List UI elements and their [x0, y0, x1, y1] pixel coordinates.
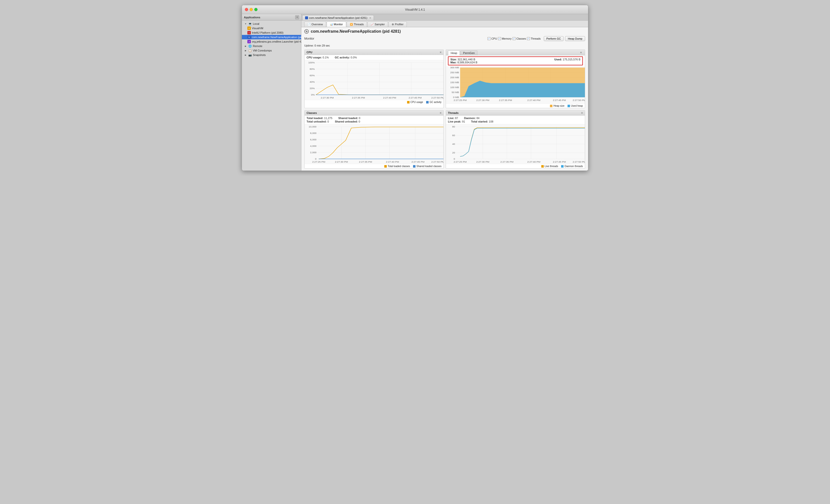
classes-checkbox-item[interactable]: Classes [513, 37, 526, 40]
tab-threads[interactable]: 🔀 Threads [347, 22, 367, 27]
expand-icon [244, 44, 247, 48]
app-tab-close-button[interactable]: ✕ [369, 16, 371, 19]
memory-checkbox[interactable] [498, 37, 501, 40]
total-unloaded-label: Total unloaded: [307, 120, 327, 123]
total-started-stat: Total started: 108 [471, 120, 493, 123]
shared-unloaded-stat: Shared unloaded: 0 [335, 120, 360, 123]
app-tab-newframe[interactable]: com.newframe.NewFrameApplication (pid 42… [302, 15, 374, 20]
classes-chart-close[interactable]: ✕ [440, 112, 442, 114]
gc-activity-legend-label: GC activity [429, 101, 442, 103]
newframe-icon: N [247, 35, 251, 39]
profiler-tab-label: Profiler [395, 23, 404, 26]
monitor-tab-icon: 📊 [330, 23, 333, 26]
overview-tab-label: Overview [312, 23, 323, 26]
heap-dump-button[interactable]: Heap Dump [565, 36, 585, 41]
sidebar-item-remote[interactable]: Remote [242, 44, 301, 48]
heap-info-row-2: Max: 8,589,934,624 B [450, 61, 580, 64]
live-threads-legend-icon [541, 165, 544, 168]
sidebar-item-visualvm[interactable]: V VisualVM [242, 26, 301, 30]
sidebar-item-snapshots[interactable]: Snapshots [242, 53, 301, 57]
heap-tab-heap[interactable]: Heap [448, 51, 460, 55]
svg-text:4,000: 4,000 [310, 145, 316, 147]
sampler-tab-label: Sampler [375, 23, 385, 26]
total-unloaded-stat: Total unloaded: 0 [307, 120, 329, 123]
tab-sampler[interactable]: 📈 Sampler [368, 22, 388, 27]
svg-text:2:27:40 PM: 2:27:40 PM [528, 161, 541, 163]
classes-chart-stats: Total loaded: 11,275 Shared loaded: 0 [305, 115, 444, 124]
cpu-chart-close[interactable]: ✕ [440, 51, 442, 54]
svg-text:2:27:50 PM: 2:27:50 PM [573, 161, 585, 163]
svg-text:6,000: 6,000 [310, 138, 316, 141]
classes-checkbox[interactable] [513, 37, 515, 40]
maximize-button[interactable] [254, 8, 257, 11]
minimize-button[interactable] [250, 8, 253, 11]
total-loaded-label: Total loaded: [307, 116, 323, 120]
live-peak-label: Live peak: [448, 120, 461, 123]
sidebar-item-newframe[interactable]: N com.newframe.NewFrameApplication (pid … [242, 35, 301, 39]
intellij-label: IntelliJ Platform (pid 2080) [252, 31, 284, 34]
intellij-icon: I [247, 31, 251, 34]
svg-text:2:27:40 PM: 2:27:40 PM [528, 99, 541, 101]
perform-gc-button[interactable]: Perform GC [544, 36, 564, 41]
threads-checkbox-item[interactable]: Threads [527, 37, 541, 40]
sidebar-item-local[interactable]: Local [242, 22, 301, 26]
svg-text:2:27:35 PM: 2:27:35 PM [499, 99, 512, 101]
sidebar-title: Applications [244, 16, 260, 19]
used-heap-legend: Used heap [568, 104, 583, 107]
memory-checkbox-item[interactable]: Memory [498, 37, 512, 40]
memory-checkbox-label: Memory [502, 37, 512, 40]
cpu-checkbox[interactable] [487, 37, 490, 40]
svg-text:2:27:35 PM: 2:27:35 PM [501, 161, 514, 163]
cpu-svg: 100% 80% 60% 40% 20% 0% [305, 60, 444, 100]
heap-chart-body: 300 MB 250 MB 200 MB 150 MB 100 MB 50 MB… [446, 66, 585, 103]
svg-text:2:27:35 PM: 2:27:35 PM [352, 97, 365, 99]
svg-text:2,000: 2,000 [310, 151, 316, 154]
svg-rect-21 [407, 101, 410, 103]
expand-icon [244, 53, 247, 57]
tab-overview[interactable]: 📄 Overview [304, 22, 326, 27]
app-tab-bar: com.newframe.NewFrameApplication (pid 42… [301, 14, 588, 21]
refresh-icon: ↻ [304, 29, 309, 34]
tab-monitor[interactable]: 📊 Monitor [327, 22, 346, 27]
svg-text:80%: 80% [310, 68, 315, 70]
heap-chart-close[interactable]: ✕ [579, 51, 583, 55]
svg-text:2:27:50 PM: 2:27:50 PM [573, 99, 585, 101]
total-loaded-stat: Total loaded: 11,275 [307, 116, 332, 120]
heap-max-label: Max: [450, 61, 456, 64]
monitor-label: Monitor [304, 37, 314, 40]
total-loaded-value: 11,275 [324, 116, 332, 120]
sidebar: Applications ✕ Local V VisualVM [242, 14, 301, 171]
sidebar-close-button[interactable]: ✕ [295, 15, 299, 19]
svg-text:60: 60 [452, 134, 455, 137]
coredumps-label: VM Coredumps [253, 49, 272, 52]
permgen-tab-label: PermGen [463, 52, 475, 55]
sidebar-item-vmcoredumps[interactable]: VM Coredumps [242, 48, 301, 53]
sampler-tab-icon: 📈 [371, 23, 374, 26]
close-button[interactable] [245, 8, 248, 11]
threads-chart-body: 80 60 40 20 0 2:27:25 PM [446, 124, 585, 164]
tab-profiler[interactable]: ⚙ Profiler [388, 22, 407, 27]
sidebar-tree: Local V VisualVM I IntelliJ Platfo [242, 21, 301, 58]
svg-text:2:27:45 PM: 2:27:45 PM [553, 161, 566, 163]
heap-size-legend-icon [550, 105, 552, 107]
svg-text:0: 0 [454, 158, 455, 160]
used-heap-legend-icon [568, 105, 570, 107]
svg-text:8,000: 8,000 [310, 132, 316, 134]
page-header: ↻ com.newframe.NewFrameApplication (pid … [304, 29, 585, 34]
svg-text:2:27:50 PM: 2:27:50 PM [432, 161, 444, 163]
local-icon [248, 22, 252, 26]
sidebar-item-intellij[interactable]: I IntelliJ Platform (pid 2080) [242, 30, 301, 35]
threads-chart-close[interactable]: ✕ [581, 112, 583, 114]
sidebar-header: Applications ✕ [242, 14, 301, 21]
heap-tab-permgen[interactable]: PermGen [460, 51, 477, 55]
threads-checkbox[interactable] [527, 37, 530, 40]
sidebar-item-jetbrains[interactable]: J org.jetbrains.jps.cmdline.Launcher (pi… [242, 39, 301, 44]
classes-stats-row2: Total unloaded: 0 Shared unloaded: 0 [307, 120, 442, 123]
snapshots-label: Snapshots [253, 54, 266, 57]
total-started-value: 108 [489, 120, 493, 123]
heap-size-legend-label: Heap size [553, 104, 564, 107]
uptime-text: Uptime: 0 min 29 sec [304, 44, 330, 47]
cpu-checkbox-item[interactable]: CPU [487, 37, 497, 40]
gc-activity-legend-icon [426, 101, 428, 103]
cpu-chart-legend: CPU usage GC activity [305, 100, 444, 104]
